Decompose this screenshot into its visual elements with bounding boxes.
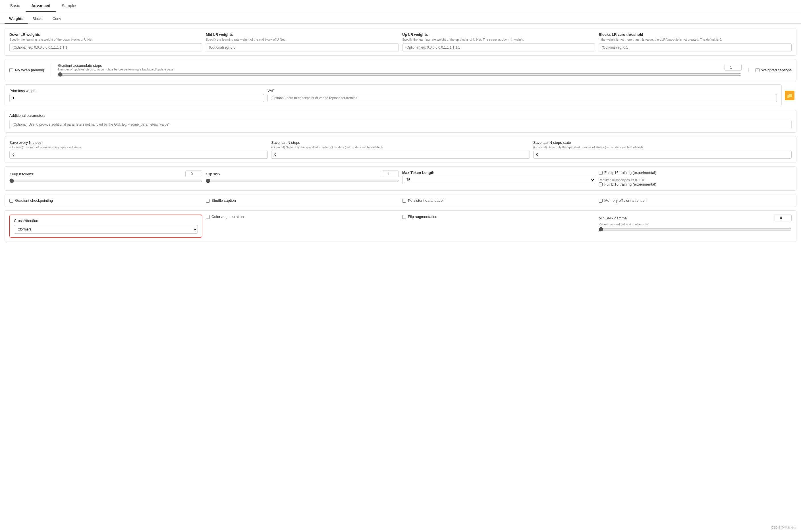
fp16-bitsandbytes-group: Full fp16 training (experimental) Requir… xyxy=(598,171,792,186)
down-lr-desc: Specify the learning rate weight of the … xyxy=(9,38,203,42)
gradient-accumulate-section: Gradient accumulate steps Number of upda… xyxy=(51,63,742,77)
clip-skip-slider[interactable] xyxy=(206,178,399,183)
up-lr-input[interactable] xyxy=(402,43,595,52)
gradient-accumulate-input[interactable] xyxy=(725,64,742,71)
save-last-state-desc: (Optional) Save only the specified numbe… xyxy=(533,146,792,149)
bf16-group: Full bf16 training (experimental) xyxy=(598,182,792,186)
blocks-lr-group: Blocks LR zero threshold If the weight i… xyxy=(598,32,792,52)
tab-basic[interactable]: Basic xyxy=(4,0,25,12)
weighted-captions-checkbox[interactable] xyxy=(756,68,760,72)
mid-lr-weights-group: Mid LR weights Specify the learning rate… xyxy=(206,32,399,52)
main-container: Basic Advanced Samples Weights Blocks Co… xyxy=(0,0,801,532)
down-lr-input[interactable] xyxy=(9,43,203,52)
token-gradient-section: No token padding Gradient accumulate ste… xyxy=(4,59,797,81)
save-last-desc: (Optional) Save only the specified numbe… xyxy=(271,146,530,149)
keep-n-tokens-slider[interactable] xyxy=(9,178,203,183)
prior-loss-input[interactable] xyxy=(9,94,264,102)
min-snr-slider[interactable] xyxy=(598,227,792,232)
tab-advanced[interactable]: Advanced xyxy=(25,0,56,12)
checkboxes-row-card: Gradient checkpointing Shuffle caption P… xyxy=(4,194,797,207)
up-lr-weights-group: Up LR weights Specify the learning rate … xyxy=(402,32,595,52)
clip-skip-input[interactable] xyxy=(382,171,399,177)
vae-label: VAE xyxy=(267,89,777,93)
clip-skip-label: Clip skip xyxy=(206,172,220,176)
prior-vae-section: Prior loss weight VAE 📁 xyxy=(4,84,782,106)
cross-attention-group: CrossAttention xformers sdp sdp-no-mem xyxy=(9,214,203,238)
fp16-checkbox[interactable] xyxy=(598,171,603,175)
blocks-lr-input[interactable] xyxy=(598,43,792,52)
min-snr-gamma-group: Min SNR gamma Recommended value of 5 whe… xyxy=(598,214,792,232)
blocks-lr-label: Blocks LR zero threshold xyxy=(598,32,792,37)
cross-attention-label: CrossAttention xyxy=(14,218,198,223)
color-augmentation-group: Color augmentation xyxy=(206,214,399,219)
max-token-length-label: Max Token Length xyxy=(402,171,595,175)
mid-lr-input[interactable] xyxy=(206,43,399,52)
sub-tabs-bar: Weights Blocks Conv xyxy=(0,12,801,24)
keep-n-tokens-input[interactable] xyxy=(185,171,203,177)
bf16-label: Full bf16 training (experimental) xyxy=(604,182,656,186)
save-steps-grid: Save every N steps (Optional) The model … xyxy=(9,140,792,158)
save-last-group: Save last N steps (Optional) Save only t… xyxy=(271,140,530,158)
no-token-padding-label: No token padding xyxy=(15,68,44,72)
up-lr-label: Up LR weights xyxy=(402,32,595,37)
gradient-slider-row xyxy=(58,72,742,77)
lr-weights-card: Down LR weights Specify the learning rat… xyxy=(4,28,797,56)
tab-samples[interactable]: Samples xyxy=(56,0,83,12)
save-every-input[interactable] xyxy=(9,151,268,158)
sub-tab-blocks[interactable]: Blocks xyxy=(28,14,48,24)
memory-efficient-attention-group: Memory efficient attention xyxy=(598,198,792,203)
flip-augmentation-checkbox[interactable] xyxy=(402,215,406,219)
additional-params-input[interactable] xyxy=(9,120,792,129)
save-last-input[interactable] xyxy=(271,151,530,158)
mid-lr-label: Mid LR weights xyxy=(206,32,399,37)
gradient-checkpointing-checkbox[interactable] xyxy=(9,198,13,203)
memory-efficient-attention-label: Memory efficient attention xyxy=(604,198,647,203)
save-last-label: Save last N steps xyxy=(271,140,530,145)
weighted-captions-group: Weighted captions xyxy=(756,68,792,72)
max-token-length-group: Max Token Length 75 150 225 xyxy=(402,171,595,184)
clip-skip-group: Clip skip xyxy=(206,171,399,183)
additional-params-title: Additional parameters xyxy=(9,113,792,118)
lr-weights-grid: Down LR weights Specify the learning rat… xyxy=(9,32,792,52)
clip-skip-header: Clip skip xyxy=(206,171,399,177)
no-token-padding-checkbox[interactable] xyxy=(9,68,13,72)
down-lr-weights-group: Down LR weights Specify the learning rat… xyxy=(9,32,203,52)
gradient-checkpointing-group: Gradient checkpointing xyxy=(9,198,203,203)
prior-loss-label: Prior loss weight xyxy=(9,89,264,93)
top-tabs-bar: Basic Advanced Samples xyxy=(0,0,801,12)
bf16-checkbox[interactable] xyxy=(598,183,603,186)
sub-tab-weights[interactable]: Weights xyxy=(4,14,28,24)
required-note: Required bitsandbytes >= 0.36.0 xyxy=(598,178,792,182)
shuffle-caption-group: Shuffle caption xyxy=(206,198,399,203)
mid-lr-desc: Specify the learning rate weight of the … xyxy=(206,38,399,42)
min-snr-input[interactable] xyxy=(775,214,792,221)
min-snr-label: Min SNR gamma xyxy=(598,216,627,220)
flip-augmentation-group: Flip augmentation xyxy=(402,214,595,219)
memory-efficient-attention-checkbox[interactable] xyxy=(598,198,603,203)
folder-button[interactable]: 📁 xyxy=(785,91,795,100)
shuffle-caption-label: Shuffle caption xyxy=(211,198,236,203)
content-area: Down LR weights Specify the learning rat… xyxy=(0,24,801,246)
prior-loss-group: Prior loss weight xyxy=(9,89,264,102)
cross-attention-card-row: CrossAttention xformers sdp sdp-no-mem C… xyxy=(4,210,797,242)
fp16-group: Full fp16 training (experimental) xyxy=(598,171,792,175)
save-steps-card: Save every N steps (Optional) The model … xyxy=(4,136,797,163)
max-token-length-select[interactable]: 75 150 225 xyxy=(402,176,595,184)
save-every-group: Save every N steps (Optional) The model … xyxy=(9,140,268,158)
gradient-desc-text: Number of updates steps to accumulate be… xyxy=(58,68,174,71)
save-last-state-label: Save last N steps state xyxy=(533,140,792,145)
save-every-desc: (Optional) The model is saved every spec… xyxy=(9,146,268,149)
flip-augmentation-label: Flip augmentation xyxy=(408,214,437,219)
bitsandbytes-section: Required bitsandbytes >= 0.36.0 Full bf1… xyxy=(598,178,792,186)
color-augmentation-label: Color augmentation xyxy=(211,214,244,219)
vae-input[interactable] xyxy=(267,94,777,102)
gradient-accumulate-slider[interactable] xyxy=(58,72,742,77)
watermark: CSDN @埋堆堆士 xyxy=(771,526,797,530)
shuffle-caption-checkbox[interactable] xyxy=(206,198,210,203)
cross-attention-select[interactable]: xformers sdp sdp-no-mem xyxy=(14,225,198,234)
tokens-clip-row: Keep n tokens Clip skip Max Token Length xyxy=(9,171,792,186)
persistent-data-loader-checkbox[interactable] xyxy=(402,198,406,203)
save-last-state-input[interactable] xyxy=(533,151,792,158)
sub-tab-conv[interactable]: Conv xyxy=(48,14,66,24)
color-augmentation-checkbox[interactable] xyxy=(206,215,210,219)
